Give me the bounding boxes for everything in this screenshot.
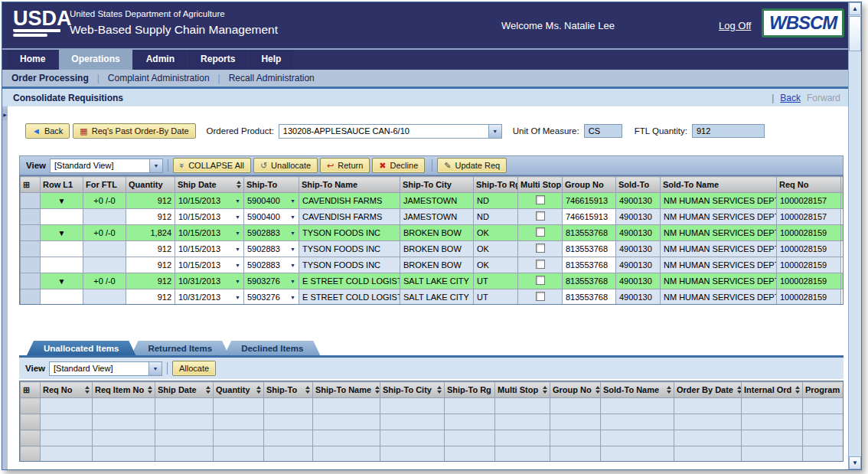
row-selector[interactable] [21,225,41,241]
row-selector[interactable] [21,257,41,273]
collapse-row-icon[interactable]: ▼ [58,277,66,286]
column-header-group-no[interactable]: Group No [550,382,601,398]
column-header-internal-ord[interactable]: Internal Ord [742,382,803,398]
sort-icon[interactable] [795,386,800,394]
view-select[interactable]: [Standard View] ▼ [50,159,163,173]
column-header-ship-to-rg[interactable]: Ship-To Rg [445,382,495,398]
sort-icon[interactable] [596,386,600,394]
chevron-down-icon[interactable]: ▼ [235,198,240,204]
column-header-program[interactable]: Program [803,382,844,398]
ftl-quantity-field[interactable]: 912 [692,124,765,138]
multi-stop-checkbox[interactable] [536,227,545,237]
subnav-item-order-processing[interactable]: Order Processing [11,73,89,83]
multi-stop-checkbox[interactable] [536,292,545,301]
sort-icon[interactable] [437,386,442,394]
multi-stop-checkbox[interactable] [536,260,545,269]
action-update-req-button[interactable]: ✎Update Req [437,158,507,173]
row-selector[interactable] [21,289,41,306]
row-selector[interactable] [21,193,41,209]
multi-stop-checkbox[interactable] [536,195,545,204]
chevron-down-icon[interactable]: ▼ [148,362,162,375]
row-selector[interactable] [21,414,41,430]
collapse-row-icon[interactable]: ▼ [58,229,66,237]
chevron-down-icon[interactable]: ▼ [290,247,295,252]
panel-expand-handle[interactable]: ▶ [2,109,8,120]
allocate-button[interactable]: Allocate [172,361,216,376]
expand-cell[interactable]: ▼ [41,193,83,209]
sort-icon[interactable] [206,386,210,394]
action-return-button[interactable]: ↩Return [320,158,370,173]
row-selector[interactable] [21,209,41,225]
tab-declined-items[interactable]: Declined Items [224,341,320,355]
chevron-down-icon[interactable]: ▼ [290,230,295,236]
select-all-header[interactable]: ⊞ [21,177,41,193]
nav-tab-operations[interactable]: Operations [59,50,132,70]
sort-icon[interactable] [737,386,742,394]
chevron-down-icon[interactable]: ▼ [290,263,295,268]
multi-stop-checkbox[interactable] [536,244,545,253]
ordered-product-select[interactable]: 130208-APPLESAUCE CAN-6/10 ▼ [279,124,502,139]
nav-tab-admin[interactable]: Admin [134,50,187,70]
chevron-down-icon[interactable]: ▼ [149,159,162,172]
column-header-quantity[interactable]: Quantity [214,382,264,398]
chevron-down-icon[interactable]: ▼ [290,295,295,300]
collapse-row-icon[interactable]: ▼ [58,197,66,205]
subnav-item-complaint-administration[interactable]: Complaint Administration [108,73,210,83]
column-header-order-by-date[interactable]: Order By Date [674,382,742,398]
sort-icon[interactable] [543,386,547,394]
nav-tab-home[interactable]: Home [8,50,57,70]
back-button[interactable]: ◄ Back [25,123,70,139]
select-all-header[interactable]: ⊞ [21,382,41,398]
chevron-down-icon[interactable]: ▼ [235,214,240,220]
scrollbar-thumb[interactable] [849,16,861,51]
sort-icon[interactable] [667,386,671,394]
column-header-req-no[interactable]: Req No [41,382,93,398]
history-back-link[interactable]: Back [780,93,801,103]
tab-unallocated-items[interactable]: Unallocated Items [27,341,135,355]
expand-cell[interactable]: ▼ [41,273,83,289]
column-header-ship-to[interactable]: Ship-To [264,382,313,398]
sort-icon[interactable] [237,181,241,188]
multi-stop-checkbox[interactable] [536,276,545,285]
action-decline-button[interactable]: ✖Decline [372,158,425,173]
scroll-down-icon[interactable]: ▼ [849,456,861,469]
multi-stop-checkbox[interactable] [536,211,545,221]
column-header-ship-to-city[interactable]: Ship-To City [380,382,445,398]
row-selector[interactable] [21,241,41,257]
chevron-down-icon[interactable]: ▼ [235,230,240,236]
subnav-item-recall-administration[interactable]: Recall Administration [229,73,315,83]
column-header-multi-stop[interactable]: Multi Stop [495,382,550,398]
column-header-ship-date[interactable]: Ship Date [175,177,244,193]
row-selector[interactable] [21,273,41,289]
row-selector[interactable] [21,398,41,414]
nav-tab-reports[interactable]: Reports [188,50,247,70]
sort-icon[interactable] [256,386,261,394]
chevron-down-icon[interactable]: ▼ [488,125,501,138]
vertical-scrollbar[interactable]: ▲ ▼ [848,2,861,469]
sort-icon[interactable] [148,386,152,394]
column-header-ship-date[interactable]: Ship Date [155,382,214,398]
chevron-down-icon[interactable]: ▼ [290,214,295,220]
column-header-ship-to-name[interactable]: Ship-To Name [313,382,380,398]
reqs-past-order-by-date-button[interactable]: ▦ Req's Past Order-By Date [73,123,195,139]
bottom-view-select[interactable]: [Standard View] ▼ [49,361,162,376]
sort-icon[interactable] [305,386,310,394]
log-off-link[interactable]: Log Off [719,20,751,31]
tab-returned-items[interactable]: Returned Items [131,341,229,355]
chevron-down-icon[interactable]: ▼ [235,247,240,252]
sort-icon[interactable] [85,386,90,394]
chevron-down-icon[interactable]: ▼ [235,279,240,284]
action-unallocate-button[interactable]: ↺Unallocate [253,158,318,173]
chevron-down-icon[interactable]: ▼ [235,263,240,268]
column-header-req-item-no[interactable]: Req Item No [93,382,155,398]
uom-field[interactable]: CS [584,124,622,138]
chevron-down-icon[interactable]: ▼ [290,279,295,284]
action-collapse-all-button[interactable]: »COLLAPSE All [173,158,251,173]
expand-cell[interactable]: ▼ [41,225,83,241]
row-selector[interactable] [21,446,41,463]
chevron-down-icon[interactable]: ▼ [235,295,240,300]
sort-icon[interactable] [375,386,380,394]
row-selector[interactable] [21,430,41,446]
chevron-down-icon[interactable]: ▼ [290,198,295,204]
column-header-sold-to-name[interactable]: Sold-To Name [601,382,674,398]
